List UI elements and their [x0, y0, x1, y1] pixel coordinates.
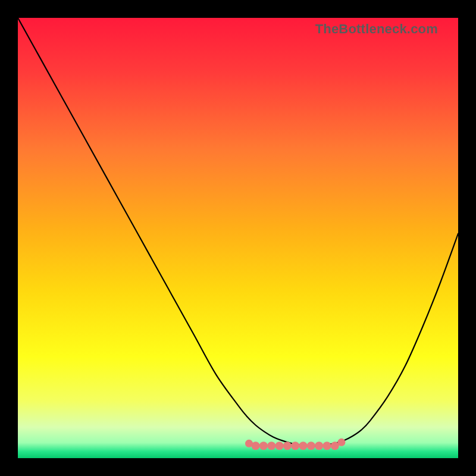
min-marker-dot	[283, 441, 292, 450]
min-marker-dot	[275, 441, 284, 450]
bottleneck-curve	[18, 18, 458, 446]
min-marker-dot	[315, 441, 323, 450]
plot-area: TheBottleneck.com	[18, 18, 458, 458]
min-marker-dot	[267, 441, 275, 450]
min-marker-dot	[259, 441, 268, 450]
min-marker-dot	[322, 441, 331, 450]
min-marker-dot	[291, 441, 299, 450]
watermark-text: TheBottleneck.com	[315, 21, 438, 37]
min-marker-band	[245, 439, 345, 450]
min-marker-dot	[299, 441, 308, 450]
curve-layer	[18, 18, 458, 458]
min-marker-dot	[307, 441, 315, 450]
min-marker-dot	[245, 440, 253, 447]
min-marker-dot	[337, 439, 345, 446]
chart-frame: TheBottleneck.com	[0, 0, 476, 476]
